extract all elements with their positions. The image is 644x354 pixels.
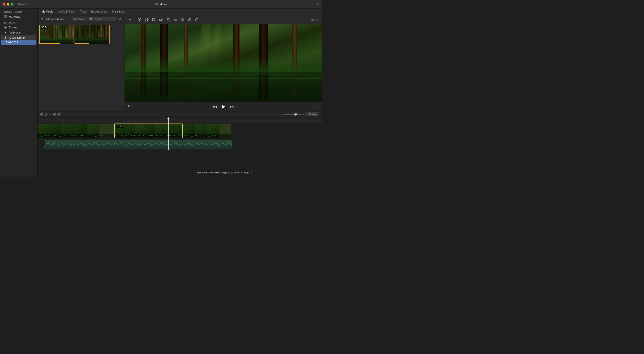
zoom-slider[interactable] [284,114,302,115]
audio-clip[interactable] [45,140,232,149]
media-toolbar: ⊞ iMovie Library All Clips ⌄ 🔍 ⚙ [38,16,124,23]
reset-all-button[interactable]: Reset All [308,18,320,22]
play-button[interactable]: ▶ [222,104,226,109]
sidebar: PROJECT MEDIA 🎬 My Movie LIBRARIES ◉ Pho… [0,9,38,177]
timeline-body: 13.0s [38,118,322,177]
timeline-track-area: 13.0s [38,118,322,177]
preview-controls: 🎙 ⏮ ▶ ⏭ ⤢ [125,102,322,111]
current-timecode: 00:16 [40,113,48,116]
timeline-section: 00:16 / 00:30 − + Settings [38,111,322,177]
clip-progress-bar-1 [40,43,74,44]
date-label: 5-08-2024 [6,41,18,44]
grid-toggle-button[interactable]: ⊞ [39,17,44,22]
libraries-label: LIBRARIES [0,19,37,25]
stabilization-button[interactable] [187,17,192,23]
maximize-button[interactable] [11,3,14,6]
tab-backgrounds[interactable]: Backgrounds [89,9,109,15]
media-tabs: My Media Audio & Video Titles Background… [38,9,322,16]
svg-point-1 [139,19,140,21]
timeline-zoom: − + [282,113,304,116]
forest-preview-image [125,24,322,102]
color-balance-icon [138,18,141,22]
info-button[interactable] [194,17,200,23]
audio-waveform-right [183,134,231,138]
titlebar: ‹ Projects My Movie ⬆ [0,0,322,9]
sidebar-item-my-movie[interactable]: 🎬 My Movie [1,14,36,19]
audio-button[interactable] [165,17,171,23]
clips-filter-label: All Clips [74,18,83,20]
all-events-label: All Events [9,31,20,34]
settings-icon-button[interactable]: ⚙ [118,17,123,22]
clips-filter-dropdown[interactable]: All Clips ⌄ [72,17,87,21]
photos-label: Photos [9,26,17,29]
sidebar-item-all-events[interactable]: ✦ All Events [1,30,36,35]
stabilization-icon [188,18,192,22]
sidebar-item-date[interactable]: 5-08-2024 [1,40,36,45]
camera-button[interactable] [158,17,164,23]
track-clip-right[interactable] [183,124,231,138]
sidebar-item-imovie-library[interactable]: ▾ iMovie Library [1,35,36,40]
photos-icon: ◉ [4,26,7,29]
zoom-thumb [294,113,297,116]
clip-progress-bar-2 [75,43,109,44]
noise-reduction-icon [174,18,177,22]
sidebar-item-photos[interactable]: ◉ Photos [1,25,36,30]
audio-track-waveform [45,140,232,149]
audio-icon [166,18,170,22]
tooltip-text: Press the R key while dragging to select… [196,171,249,174]
speed-button[interactable] [180,17,185,23]
traffic-lights [3,3,14,6]
camera-icon [159,18,163,22]
share-icon[interactable]: ⬆ [317,3,319,6]
search-icon: 🔍 [90,18,93,21]
clips-filter-chevron: ⌄ [84,18,86,21]
clip-duration-label: 13.0s [116,125,123,128]
main-layout: PROJECT MEDIA 🎬 My Movie LIBRARIES ◉ Pho… [0,9,322,177]
minimize-button[interactable] [7,3,10,6]
zoom-minus-icon[interactable]: − [282,113,283,116]
playhead-line-track [168,123,169,139]
library-title: iMovie Library [46,18,71,21]
preview-toolbar: ✦ [125,16,322,24]
timeline-ruler [38,118,322,123]
color-balance-button[interactable] [137,17,142,23]
track-clip-rest[interactable] [38,124,114,138]
search-box: 🔍 [88,17,116,21]
color-correction-button[interactable] [144,17,150,23]
expand-preview-button[interactable]: ⤢ [318,97,320,100]
timeline-header: 00:16 / 00:30 − + Settings [38,111,322,118]
playhead-line-audio [168,139,169,150]
noise-reduction-button[interactable] [172,17,178,23]
media-grid: 30.7s [38,23,124,111]
tooltip-popup: Press the R key while dragging to select… [194,170,252,175]
crop-icon [152,18,156,22]
tab-transitions[interactable]: Transitions [110,9,127,15]
svg-point-15 [196,19,197,20]
tab-audio-video[interactable]: Audio & Video [56,9,77,15]
crop-button[interactable] [151,17,157,23]
tab-my-media[interactable]: My Media [39,9,56,15]
skip-forward-button[interactable]: ⏭ [230,104,234,109]
main-video-track: 13.0s [38,123,322,139]
close-button[interactable] [3,3,5,6]
media-thumb-1[interactable]: 30.7s [39,25,74,44]
preview-area: ✦ [125,16,322,111]
back-button[interactable]: ‹ Projects [16,3,28,6]
tab-titles[interactable]: Titles [78,9,88,15]
microphone-button[interactable]: 🎙 [128,105,131,109]
zoom-plus-icon[interactable]: + [303,113,304,116]
magic-wand-button[interactable]: ✦ [127,17,133,23]
back-label: Projects [18,3,28,6]
timeline-settings-button[interactable]: Settings [306,112,319,116]
media-thumb-2[interactable] [75,25,110,44]
fullscreen-button[interactable]: ⤢ [317,105,319,108]
skip-back-button[interactable]: ⏮ [213,104,217,109]
back-chevron-icon: ‹ [16,3,18,6]
search-input[interactable] [94,18,115,20]
timecode-separator: / [50,113,51,116]
imovie-library-label: iMovie Library [9,36,26,39]
svg-rect-4 [153,19,155,21]
toolbar-separator-1 [134,18,135,22]
audio-waveform [115,134,182,138]
track-clip-main[interactable]: 13.0s [114,124,182,138]
